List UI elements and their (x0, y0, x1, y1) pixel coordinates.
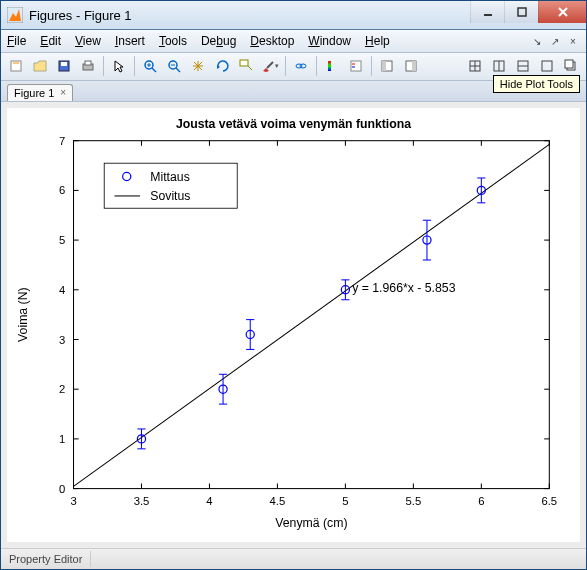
legend-icon[interactable] (345, 55, 367, 77)
menu-desktop[interactable]: Desktop (250, 34, 294, 48)
svg-marker-0 (9, 9, 21, 21)
svg-rect-33 (382, 61, 386, 71)
menu-help[interactable]: Help (365, 34, 390, 48)
toolbar: ▾ Hide Plot Tools (1, 53, 586, 80)
svg-line-25 (267, 62, 273, 68)
menu-edit[interactable]: Edit (40, 34, 61, 48)
svg-text:7: 7 (59, 135, 65, 147)
svg-text:Mittaus: Mittaus (150, 169, 190, 183)
svg-text:y = 1.966*x - 5.853: y = 1.966*x - 5.853 (352, 281, 455, 295)
svg-text:5.5: 5.5 (406, 495, 422, 507)
link-icon[interactable] (290, 55, 312, 77)
svg-rect-12 (85, 61, 91, 65)
svg-text:4: 4 (59, 284, 65, 296)
svg-text:3: 3 (70, 495, 76, 507)
svg-text:4: 4 (206, 495, 212, 507)
tab-close-icon[interactable]: × (60, 87, 66, 98)
svg-marker-8 (34, 61, 46, 71)
svg-text:5: 5 (342, 495, 348, 507)
svg-text:1: 1 (59, 433, 65, 445)
titlebar: Figures - Figure 1 (1, 1, 586, 30)
svg-text:Venymä (cm): Venymä (cm) (275, 516, 347, 530)
open-icon[interactable] (29, 55, 51, 77)
menu-window[interactable]: Window (308, 34, 351, 48)
pan-icon[interactable] (187, 55, 209, 77)
svg-text:3: 3 (59, 333, 65, 345)
svg-text:6.5: 6.5 (541, 495, 557, 507)
svg-rect-35 (412, 61, 416, 71)
layout-3-icon[interactable] (512, 55, 534, 77)
property-editor-button[interactable]: Property Editor (1, 551, 91, 567)
svg-rect-45 (565, 60, 573, 68)
zoom-out-icon[interactable] (163, 55, 185, 77)
svg-marker-13 (115, 61, 123, 72)
new-figure-icon[interactable] (5, 55, 27, 77)
svg-rect-3 (518, 8, 526, 16)
layout-1-icon[interactable] (464, 55, 486, 77)
data-cursor-icon[interactable] (235, 55, 257, 77)
menu-file[interactable]: File (7, 34, 26, 48)
svg-point-27 (300, 64, 306, 68)
svg-text:6: 6 (59, 184, 65, 196)
chart-svg: Jousta vetävä voima venymän funktiona33.… (7, 108, 580, 542)
svg-rect-22 (240, 60, 248, 66)
svg-rect-43 (542, 61, 552, 71)
svg-line-19 (176, 68, 180, 72)
zoom-in-icon[interactable] (139, 55, 161, 77)
rotate-icon[interactable] (211, 55, 233, 77)
window-buttons (470, 1, 586, 29)
tab-label: Figure 1 (14, 87, 54, 99)
minimize-button[interactable] (470, 1, 504, 23)
plot-canvas[interactable]: Jousta vetävä voima venymän funktiona33.… (7, 108, 580, 542)
brush-icon[interactable]: ▾ (259, 55, 281, 77)
window-title: Figures - Figure 1 (29, 8, 470, 23)
tab-figure-1[interactable]: Figure 1 × (7, 84, 73, 101)
svg-rect-28 (328, 61, 331, 71)
svg-text:3.5: 3.5 (134, 495, 150, 507)
svg-text:0: 0 (59, 483, 65, 495)
show-tools-icon[interactable] (400, 55, 422, 77)
statusbar: Property Editor (1, 548, 586, 569)
print-icon[interactable] (77, 55, 99, 77)
layout-4-icon[interactable] (536, 55, 558, 77)
menu-tools[interactable]: Tools (159, 34, 187, 48)
maximize-button[interactable] (504, 1, 538, 23)
svg-text:5: 5 (59, 234, 65, 246)
svg-text:Sovitus: Sovitus (150, 189, 190, 203)
matlab-logo-icon (7, 7, 23, 23)
colorbar-icon[interactable] (321, 55, 343, 77)
menubar: File Edit View Insert Tools Debug Deskto… (1, 30, 586, 53)
svg-text:2: 2 (59, 383, 65, 395)
svg-line-15 (152, 68, 156, 72)
menu-view[interactable]: View (75, 34, 101, 48)
menu-close-icon[interactable]: × (566, 34, 580, 48)
dock-icon[interactable]: ↘ (530, 34, 544, 48)
svg-text:6: 6 (478, 495, 484, 507)
hide-tools-icon[interactable] (376, 55, 398, 77)
svg-text:Voima (N): Voima (N) (16, 287, 30, 342)
figure-window: Figures - Figure 1 File Edit View Insert… (0, 0, 587, 570)
svg-text:Jousta vetävä voima venymän fu: Jousta vetävä voima venymän funktiona (176, 117, 411, 131)
svg-marker-24 (263, 68, 269, 72)
close-button[interactable] (538, 1, 586, 23)
pointer-icon[interactable] (108, 55, 130, 77)
layout-2-icon[interactable] (488, 55, 510, 77)
save-icon[interactable] (53, 55, 75, 77)
menu-insert[interactable]: Insert (115, 34, 145, 48)
layout-5-icon[interactable] (560, 55, 582, 77)
svg-rect-10 (61, 62, 67, 66)
tooltip: Hide Plot Tools (493, 75, 580, 93)
menu-debug[interactable]: Debug (201, 34, 236, 48)
svg-rect-29 (351, 61, 361, 71)
svg-line-23 (248, 66, 252, 70)
undock-icon[interactable]: ↗ (548, 34, 562, 48)
svg-text:4.5: 4.5 (270, 495, 286, 507)
plot-area: Jousta vetävä voima venymän funktiona33.… (1, 102, 586, 548)
